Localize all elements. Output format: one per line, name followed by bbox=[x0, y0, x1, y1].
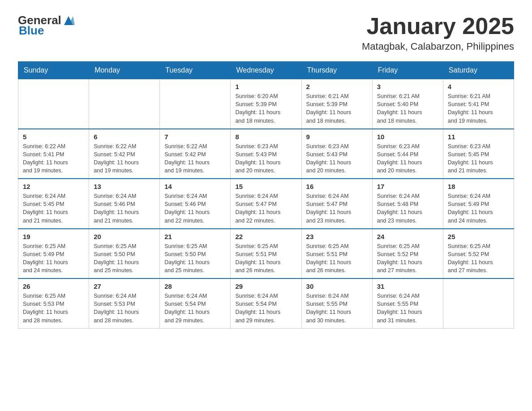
calendar-cell: 19Sunrise: 6:25 AM Sunset: 5:49 PM Dayli… bbox=[18, 229, 89, 279]
day-info: Sunrise: 6:24 AM Sunset: 5:49 PM Dayligh… bbox=[448, 192, 509, 225]
logo-icon bbox=[62, 14, 75, 27]
calendar-cell bbox=[18, 79, 89, 129]
day-info: Sunrise: 6:24 AM Sunset: 5:55 PM Dayligh… bbox=[306, 292, 368, 325]
day-number: 2 bbox=[306, 83, 368, 90]
day-number: 4 bbox=[448, 83, 509, 90]
day-number: 27 bbox=[94, 283, 155, 290]
day-info: Sunrise: 6:23 AM Sunset: 5:43 PM Dayligh… bbox=[306, 142, 368, 175]
calendar-cell: 3Sunrise: 6:21 AM Sunset: 5:40 PM Daylig… bbox=[372, 79, 443, 129]
day-info: Sunrise: 6:24 AM Sunset: 5:47 PM Dayligh… bbox=[306, 192, 368, 225]
logo-blue-text: Blue bbox=[19, 24, 44, 38]
day-number: 23 bbox=[306, 233, 368, 240]
calendar-cell: 1Sunrise: 6:20 AM Sunset: 5:39 PM Daylig… bbox=[231, 79, 301, 129]
day-info: Sunrise: 6:24 AM Sunset: 5:54 PM Dayligh… bbox=[235, 292, 296, 325]
day-number: 1 bbox=[235, 83, 296, 90]
day-info: Sunrise: 6:21 AM Sunset: 5:40 PM Dayligh… bbox=[377, 92, 438, 125]
day-info: Sunrise: 6:23 AM Sunset: 5:44 PM Dayligh… bbox=[377, 142, 438, 175]
day-info: Sunrise: 6:25 AM Sunset: 5:52 PM Dayligh… bbox=[377, 242, 438, 275]
day-info: Sunrise: 6:24 AM Sunset: 5:46 PM Dayligh… bbox=[164, 192, 226, 225]
day-number: 20 bbox=[94, 233, 155, 240]
calendar-cell: 12Sunrise: 6:24 AM Sunset: 5:45 PM Dayli… bbox=[18, 179, 89, 229]
day-info: Sunrise: 6:25 AM Sunset: 5:50 PM Dayligh… bbox=[164, 242, 226, 275]
day-info: Sunrise: 6:22 AM Sunset: 5:42 PM Dayligh… bbox=[164, 142, 226, 175]
calendar-cell: 11Sunrise: 6:23 AM Sunset: 5:45 PM Dayli… bbox=[443, 129, 514, 179]
calendar-cell bbox=[443, 278, 514, 328]
day-info: Sunrise: 6:21 AM Sunset: 5:39 PM Dayligh… bbox=[306, 92, 368, 125]
day-number: 18 bbox=[448, 183, 509, 190]
weekday-header-thursday: Thursday bbox=[301, 62, 372, 79]
day-info: Sunrise: 6:23 AM Sunset: 5:45 PM Dayligh… bbox=[448, 142, 509, 175]
calendar-week-row: 1Sunrise: 6:20 AM Sunset: 5:39 PM Daylig… bbox=[18, 79, 514, 129]
calendar-cell: 16Sunrise: 6:24 AM Sunset: 5:47 PM Dayli… bbox=[301, 179, 372, 229]
weekday-header-tuesday: Tuesday bbox=[160, 62, 231, 79]
calendar-cell: 28Sunrise: 6:24 AM Sunset: 5:54 PM Dayli… bbox=[160, 278, 231, 328]
weekday-header-friday: Friday bbox=[372, 62, 443, 79]
calendar-cell: 10Sunrise: 6:23 AM Sunset: 5:44 PM Dayli… bbox=[372, 129, 443, 179]
day-info: Sunrise: 6:25 AM Sunset: 5:53 PM Dayligh… bbox=[23, 292, 84, 325]
title-section: January 2025 Matagbak, Calabarzon, Phili… bbox=[362, 13, 514, 52]
day-info: Sunrise: 6:24 AM Sunset: 5:48 PM Dayligh… bbox=[377, 192, 438, 225]
day-info: Sunrise: 6:25 AM Sunset: 5:50 PM Dayligh… bbox=[94, 242, 155, 275]
calendar-cell: 22Sunrise: 6:25 AM Sunset: 5:51 PM Dayli… bbox=[231, 229, 301, 279]
calendar-cell: 20Sunrise: 6:25 AM Sunset: 5:50 PM Dayli… bbox=[89, 229, 160, 279]
calendar-cell: 4Sunrise: 6:21 AM Sunset: 5:41 PM Daylig… bbox=[443, 79, 514, 129]
day-info: Sunrise: 6:22 AM Sunset: 5:42 PM Dayligh… bbox=[94, 142, 155, 175]
day-number: 9 bbox=[306, 133, 368, 141]
calendar-cell: 31Sunrise: 6:24 AM Sunset: 5:55 PM Dayli… bbox=[372, 278, 443, 328]
calendar-cell: 26Sunrise: 6:25 AM Sunset: 5:53 PM Dayli… bbox=[18, 278, 89, 328]
day-number: 19 bbox=[23, 233, 84, 240]
day-number: 5 bbox=[23, 133, 84, 141]
day-number: 7 bbox=[164, 133, 226, 141]
day-info: Sunrise: 6:25 AM Sunset: 5:52 PM Dayligh… bbox=[448, 242, 509, 275]
page-header: General Blue January 2025 Matagbak, Cala… bbox=[18, 13, 514, 52]
calendar-cell: 30Sunrise: 6:24 AM Sunset: 5:55 PM Dayli… bbox=[301, 278, 372, 328]
calendar-cell: 25Sunrise: 6:25 AM Sunset: 5:52 PM Dayli… bbox=[443, 229, 514, 279]
calendar-cell: 17Sunrise: 6:24 AM Sunset: 5:48 PM Dayli… bbox=[372, 179, 443, 229]
calendar-cell bbox=[160, 79, 231, 129]
day-number: 12 bbox=[23, 183, 84, 190]
day-info: Sunrise: 6:22 AM Sunset: 5:41 PM Dayligh… bbox=[23, 142, 84, 175]
day-info: Sunrise: 6:24 AM Sunset: 5:55 PM Dayligh… bbox=[377, 292, 438, 325]
calendar-cell: 29Sunrise: 6:24 AM Sunset: 5:54 PM Dayli… bbox=[231, 278, 301, 328]
day-number: 22 bbox=[235, 233, 296, 240]
day-number: 29 bbox=[235, 283, 296, 290]
day-info: Sunrise: 6:25 AM Sunset: 5:51 PM Dayligh… bbox=[306, 242, 368, 275]
calendar-cell: 6Sunrise: 6:22 AM Sunset: 5:42 PM Daylig… bbox=[89, 129, 160, 179]
day-number: 14 bbox=[164, 183, 226, 190]
calendar-cell: 7Sunrise: 6:22 AM Sunset: 5:42 PM Daylig… bbox=[160, 129, 231, 179]
day-info: Sunrise: 6:25 AM Sunset: 5:49 PM Dayligh… bbox=[23, 242, 84, 275]
day-info: Sunrise: 6:23 AM Sunset: 5:43 PM Dayligh… bbox=[235, 142, 296, 175]
calendar-cell: 15Sunrise: 6:24 AM Sunset: 5:47 PM Dayli… bbox=[231, 179, 301, 229]
day-number: 16 bbox=[306, 183, 368, 190]
calendar-cell: 9Sunrise: 6:23 AM Sunset: 5:43 PM Daylig… bbox=[301, 129, 372, 179]
day-number: 11 bbox=[448, 133, 509, 141]
day-info: Sunrise: 6:25 AM Sunset: 5:51 PM Dayligh… bbox=[235, 242, 296, 275]
day-info: Sunrise: 6:24 AM Sunset: 5:47 PM Dayligh… bbox=[235, 192, 296, 225]
day-info: Sunrise: 6:20 AM Sunset: 5:39 PM Dayligh… bbox=[235, 92, 296, 125]
day-info: Sunrise: 6:24 AM Sunset: 5:46 PM Dayligh… bbox=[94, 192, 155, 225]
calendar-week-row: 12Sunrise: 6:24 AM Sunset: 5:45 PM Dayli… bbox=[18, 179, 514, 229]
calendar-week-row: 19Sunrise: 6:25 AM Sunset: 5:49 PM Dayli… bbox=[18, 229, 514, 279]
day-number: 24 bbox=[377, 233, 438, 240]
day-number: 26 bbox=[23, 283, 84, 290]
day-number: 21 bbox=[164, 233, 226, 240]
day-number: 15 bbox=[235, 183, 296, 190]
calendar-cell: 2Sunrise: 6:21 AM Sunset: 5:39 PM Daylig… bbox=[301, 79, 372, 129]
day-number: 25 bbox=[448, 233, 509, 240]
weekday-header-wednesday: Wednesday bbox=[231, 62, 301, 79]
logo: General Blue bbox=[18, 13, 76, 38]
day-number: 17 bbox=[377, 183, 438, 190]
calendar-table: SundayMondayTuesdayWednesdayThursdayFrid… bbox=[18, 61, 514, 329]
calendar-cell: 24Sunrise: 6:25 AM Sunset: 5:52 PM Dayli… bbox=[372, 229, 443, 279]
calendar-header-row: SundayMondayTuesdayWednesdayThursdayFrid… bbox=[18, 62, 514, 79]
calendar-week-row: 26Sunrise: 6:25 AM Sunset: 5:53 PM Dayli… bbox=[18, 278, 514, 328]
calendar-cell bbox=[89, 79, 160, 129]
day-info: Sunrise: 6:24 AM Sunset: 5:45 PM Dayligh… bbox=[23, 192, 84, 225]
day-number: 8 bbox=[235, 133, 296, 141]
calendar-cell: 8Sunrise: 6:23 AM Sunset: 5:43 PM Daylig… bbox=[231, 129, 301, 179]
calendar-week-row: 5Sunrise: 6:22 AM Sunset: 5:41 PM Daylig… bbox=[18, 129, 514, 179]
calendar-subtitle: Matagbak, Calabarzon, Philippines bbox=[362, 41, 514, 52]
day-info: Sunrise: 6:24 AM Sunset: 5:54 PM Dayligh… bbox=[164, 292, 226, 325]
day-number: 10 bbox=[377, 133, 438, 141]
calendar-cell: 5Sunrise: 6:22 AM Sunset: 5:41 PM Daylig… bbox=[18, 129, 89, 179]
